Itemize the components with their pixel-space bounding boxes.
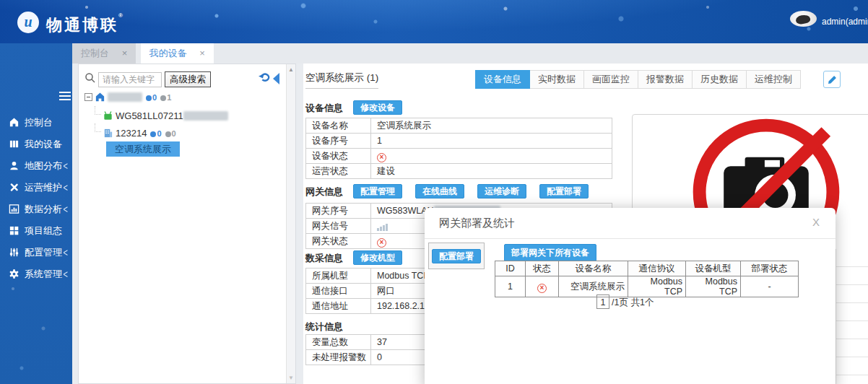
collapse-panel-icon[interactable] (273, 73, 279, 84)
offline-status-icon (537, 284, 547, 293)
sidebar-item-analytics[interactable]: 数据分析 < (0, 198, 72, 220)
tree-connector (95, 123, 101, 132)
row-label: 所属机型 (306, 269, 371, 284)
tab-history-data[interactable]: 历史数据 (693, 70, 747, 89)
user-name[interactable]: admin(admin@ (822, 17, 868, 27)
tab-alarm-data[interactable]: 报警数据 (638, 70, 693, 89)
page-number-box[interactable]: 1 (596, 294, 609, 309)
page-title: 空调系统展示 (1) (305, 71, 378, 89)
tree-scrollbar[interactable]: ▲▼ (286, 64, 295, 383)
pencil-icon (827, 74, 838, 85)
scroll-down-icon[interactable]: ▼ (288, 375, 294, 381)
selected-device-label: 空调系统展示 (106, 141, 180, 157)
tab-console-close-icon[interactable]: × (122, 48, 128, 58)
sidebar-item-my-devices[interactable]: 我的设备 (0, 134, 72, 155)
row-value: 建设 (371, 164, 612, 179)
ops-diagnose-button[interactable]: 运维诊断 (477, 184, 526, 198)
tab-console[interactable]: 控制台 × (72, 43, 136, 64)
device-tree: 01 WG581LL07211 12321400 空调系统展示 (84, 89, 228, 158)
cell-deploy-status: - (741, 276, 799, 297)
tab-my-devices[interactable]: 我的设备 × (141, 43, 214, 64)
redacted-text (108, 92, 142, 102)
search-input[interactable] (98, 72, 162, 87)
section-gateway-heading: 网关信息 (305, 186, 343, 198)
tree-gateway-node[interactable]: WG581LL07211 (84, 106, 228, 123)
tools-icon (9, 179, 19, 190)
online-count-badge: 0 (150, 129, 161, 138)
badge-count: 0 (172, 129, 176, 138)
app-header: u 物通博联® admin(admin@ (0, 0, 868, 43)
deploy-button-outline: 配置部署 (428, 243, 485, 269)
cell-status (526, 276, 559, 297)
deploy-all-devices-button[interactable]: 部署网关下所有设备 (504, 244, 596, 261)
tab-device-info[interactable]: 设备信息 (475, 70, 530, 89)
gateway-buttons: 配置管理 在线曲线 运维诊断 配置部署 (353, 184, 589, 198)
tree-root-node[interactable]: 01 (84, 89, 228, 106)
offline-count-badge: 0 (165, 129, 176, 138)
sidebar: 控制台 我的设备 地图分布 < 运营维护 < 数据分析 < 项目组态 配置管理 (0, 43, 72, 384)
gray-dot-icon (165, 131, 171, 137)
tab-my-devices-close-icon[interactable]: × (199, 48, 205, 58)
edit-tabs-button[interactable] (823, 71, 841, 88)
sidebar-menu: 控制台 我的设备 地图分布 < 运营维护 < 数据分析 < 项目组态 配置管理 (0, 112, 72, 285)
sidebar-item-label: 项目组态 (25, 225, 62, 236)
online-curve-button[interactable]: 在线曲线 (415, 184, 464, 198)
config-deploy-button[interactable]: 配置部署 (432, 249, 481, 263)
device-info-table: 设备名称空调系统展示 设备序号1 设备状态 运营状态建设 (305, 118, 612, 179)
row-label: 未处理报警数 (306, 350, 371, 365)
row-label: 通信地址 (306, 299, 371, 314)
section-device-info-heading: 设备信息 (305, 102, 343, 115)
row-value: 空调系统展示 (371, 118, 612, 134)
tree-device-node-selected[interactable]: 空调系统展示 (84, 141, 228, 158)
advanced-search-button[interactable]: 高级搜索 (165, 71, 211, 87)
row-label: 网关信号 (306, 219, 371, 234)
sidebar-item-config[interactable]: 配置管理 < (0, 242, 72, 263)
tab-ops-control[interactable]: 运维控制 (747, 70, 801, 89)
device-tree-panel: 高级搜索 01 WG581LL07211 12321400 空调系统展示 ▲▼ (78, 64, 296, 384)
sidebar-item-operations[interactable]: 运营维护 < (0, 177, 72, 198)
sliders-icon (9, 244, 19, 255)
sidebar-item-console[interactable]: 控制台 (0, 112, 72, 134)
sidebar-item-label: 配置管理 (25, 247, 62, 258)
sidebar-item-label: 我的设备 (25, 139, 62, 149)
tab-video-monitor[interactable]: 画面监控 (584, 70, 638, 89)
user-avatar[interactable] (790, 11, 817, 27)
modify-device-button[interactable]: 修改设备 (353, 100, 402, 115)
config-deploy-button[interactable]: 配置部署 (539, 184, 589, 198)
tree-group-node[interactable]: 12321400 (84, 123, 228, 141)
gray-dot-icon (160, 95, 166, 101)
badge-count: 0 (157, 129, 161, 138)
deploy-devices-table: ID 状态 设备名称 通信协议 设备机型 部署状态 1 空调系统展示 Modbu… (495, 261, 799, 297)
row-value: 1 (371, 134, 612, 149)
col-device-name: 设备名称 (559, 261, 628, 276)
sidebar-item-label: 控制台 (25, 117, 53, 128)
collapse-node-icon[interactable] (84, 93, 92, 101)
brand-logo-icon: u (17, 12, 39, 33)
config-manage-button[interactable]: 配置管理 (353, 184, 402, 198)
chevron-left-icon: < (64, 261, 68, 289)
app-root: u 物通博联® admin(admin@ 控制台 × 我的设备 × 控制台 我的… (0, 0, 868, 384)
row-value (371, 149, 612, 164)
redacted-text (183, 111, 228, 121)
signal-bars-icon (377, 221, 389, 231)
hamburger-icon[interactable] (59, 92, 71, 101)
map-person-icon (9, 157, 19, 168)
scroll-up-icon[interactable]: ▲ (288, 66, 294, 73)
gateway-deploy-modal: 网关部署及统计 X 配置部署 部署网关下所有设备 ID 状态 设备名称 通信协议… (425, 208, 836, 384)
sidebar-item-system[interactable]: 系统管理 < (0, 263, 72, 285)
sidebar-item-map[interactable]: 地图分布 < (0, 155, 72, 177)
brand-text: 物通博联 (46, 16, 118, 34)
col-model: 设备机型 (686, 261, 741, 276)
refresh-undo-icon[interactable] (258, 71, 271, 86)
close-icon[interactable]: X (812, 216, 820, 228)
tab-realtime-data[interactable]: 实时数据 (530, 70, 584, 89)
row-label: 设备状态 (306, 149, 371, 164)
modal-divider (425, 238, 836, 239)
device-detail-tabs: 设备信息 实时数据 画面监控 报警数据 历史数据 运维控制 (475, 70, 801, 89)
row-label: 设备序号 (306, 134, 371, 149)
sidebar-item-project[interactable]: 项目组态 (0, 220, 72, 242)
badge-count: 1 (167, 93, 171, 102)
gateway-label: WG581LL07211 (116, 110, 183, 121)
modify-model-button[interactable]: 修改机型 (353, 250, 402, 265)
pagination-info: /1页 共1个 (612, 297, 654, 307)
